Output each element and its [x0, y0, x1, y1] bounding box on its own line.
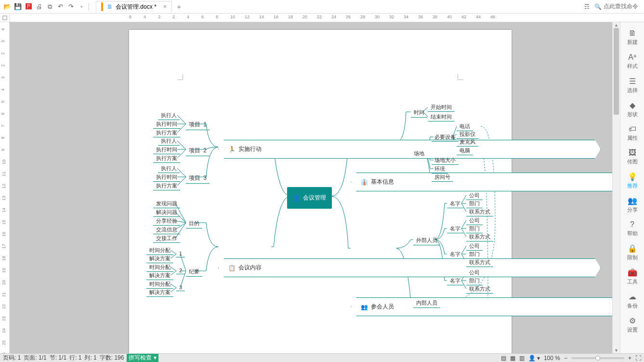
ruler-corner[interactable]	[0, 13, 10, 22]
leaf[interactable]: 部门	[466, 277, 483, 285]
panel-img[interactable]: 🖼传图	[622, 146, 643, 168]
node-action[interactable]: 🏃实施行动	[218, 140, 601, 159]
person-indicator-icon[interactable]: 👤 ▾	[528, 355, 540, 362]
leaf[interactable]: 解决方案	[146, 271, 173, 280]
proj-1[interactable]: 项目 1	[186, 120, 210, 130]
leaf[interactable]: 执行时间	[153, 120, 180, 129]
open-folder-icon[interactable]: 📂	[2, 2, 12, 12]
leaf[interactable]: 名字	[447, 225, 463, 233]
screenshot-icon[interactable]: ⧉	[45, 2, 54, 12]
leaf[interactable]: 2	[176, 267, 185, 274]
canvas-area[interactable]: 👤 会议管理 🏃实施行动 📋会议内容 👔基本信息 👥参会人员 项目 1 项目 2…	[10, 22, 612, 353]
scroll-up-icon[interactable]: ▲	[613, 22, 620, 28]
scroll-thumb[interactable]	[614, 28, 619, 115]
proj-3[interactable]: 项目 3	[186, 173, 210, 184]
leaf[interactable]: 部门	[466, 200, 483, 208]
document-tab[interactable]: 🗎 会议管理.docx * ×	[96, 1, 172, 13]
leaf[interactable]: 结束时间	[428, 113, 455, 121]
panel-shape[interactable]: ◆形状	[622, 98, 643, 121]
status-row[interactable]: 行: 1	[69, 354, 81, 362]
leaf[interactable]: 执行方案	[153, 154, 180, 163]
leaf[interactable]: 麦克风	[457, 138, 478, 147]
zoom-thumb[interactable]	[595, 356, 600, 361]
panel-limit[interactable]: 🔒限制	[622, 241, 643, 264]
vertical-ruler[interactable]: 4322345678910111213141516171819202122232…	[0, 22, 10, 353]
leaf[interactable]: 执行人	[158, 137, 180, 146]
status-section[interactable]: 节: 1/1	[50, 354, 66, 362]
leaf[interactable]: 部门	[466, 225, 483, 233]
panel-attr[interactable]: 🏷属性	[622, 122, 643, 145]
leaf[interactable]: 联系方式	[466, 258, 493, 267]
leaf[interactable]: 必要设备	[432, 133, 459, 142]
add-tab-button[interactable]: +	[174, 1, 184, 12]
panel-recommend[interactable]: 💡推荐	[622, 169, 643, 192]
leaf[interactable]: 3	[176, 284, 185, 291]
fullscreen-icon[interactable]: ⛶	[635, 355, 641, 362]
tab-close-icon[interactable]: ×	[163, 3, 167, 10]
toolbar-dropdown-icon[interactable]: ▾	[77, 2, 86, 12]
leaf[interactable]: 名字	[447, 277, 463, 285]
leaf[interactable]: 公司	[466, 268, 483, 277]
leaf[interactable]: 执行人	[158, 111, 180, 120]
zoom-in-icon[interactable]: +	[628, 355, 631, 362]
leaf[interactable]: 环境	[432, 165, 448, 174]
leaf[interactable]: 时间分配	[146, 280, 173, 289]
zoom-out-icon[interactable]: −	[564, 355, 567, 362]
leaf[interactable]: 1	[176, 250, 185, 257]
leaf[interactable]: 电脑	[457, 147, 473, 155]
venue[interactable]: 场地	[411, 149, 427, 159]
node-basic[interactable]: 👔基本信息	[351, 173, 612, 191]
vertical-scrollbar[interactable]: ▲ ▼	[612, 22, 620, 353]
leaf[interactable]: 解决问题	[153, 208, 180, 217]
leaf[interactable]: 联系方式	[466, 233, 493, 241]
node-content[interactable]: 📋会议内容	[218, 258, 601, 277]
panel-help[interactable]: ?帮助	[622, 217, 643, 240]
leaf[interactable]: 联系方式	[466, 208, 493, 216]
leaf[interactable]: 执行时间	[153, 173, 180, 182]
leaf[interactable]: 名字	[447, 250, 463, 259]
leaf[interactable]: 时间分配	[146, 246, 173, 255]
scroll-down-icon[interactable]: ▼	[613, 348, 620, 353]
proj-2[interactable]: 项目 2	[186, 146, 210, 156]
view-mode-icon[interactable]: ▦	[510, 355, 515, 362]
zoom-slider[interactable]	[571, 357, 624, 359]
center-node[interactable]: 👤 会议管理	[287, 187, 332, 209]
leaf[interactable]: 执行人	[158, 164, 180, 173]
leaf[interactable]: 分享经验	[153, 217, 180, 226]
leaf[interactable]: 解决方案	[146, 255, 173, 263]
time[interactable]: 时间	[411, 108, 427, 118]
leaf[interactable]: 执行方案	[153, 129, 180, 137]
leaf[interactable]: 交流信息	[153, 226, 180, 234]
leaf[interactable]: 场地大小	[432, 156, 459, 165]
horizontal-ruler[interactable]: 6422468101214161820222426283032343638404…	[10, 13, 612, 22]
status-page-no[interactable]: 页码: 1	[3, 354, 21, 362]
purpose[interactable]: 目的	[186, 219, 202, 228]
leaf[interactable]: 交接工作	[153, 234, 180, 243]
print-icon[interactable]: 🖨	[34, 2, 44, 12]
leaf[interactable]: 开始时间	[428, 103, 455, 112]
leaf[interactable]: 执行方案	[153, 182, 180, 190]
node-people[interactable]: 👥参会人员	[351, 297, 612, 316]
view-mode-icon[interactable]: ▤	[501, 355, 506, 362]
leaf[interactable]: 公司	[466, 242, 483, 251]
return-icon[interactable]: ☶	[584, 3, 590, 10]
panel-new[interactable]: 🗎新建	[622, 26, 643, 49]
leaf[interactable]: 名字	[447, 200, 463, 208]
panel-settings[interactable]: ⚙设置	[622, 313, 643, 336]
pdf-icon[interactable]: 🅿	[24, 2, 33, 12]
zoom-value[interactable]: 100 %	[544, 355, 560, 362]
internal[interactable]: 内部人员	[413, 298, 440, 308]
status-words[interactable]: 字数: 196	[100, 354, 124, 362]
external[interactable]: 外部人员	[413, 236, 440, 245]
leaf[interactable]: 发现问题	[153, 200, 180, 208]
spellcheck-button[interactable]: 拼写检查 ▾	[127, 354, 158, 362]
panel-style[interactable]: Aᵃ样式	[622, 50, 643, 73]
save-icon[interactable]: 💾	[13, 2, 23, 12]
status-page[interactable]: 页面: 1/1	[24, 354, 46, 362]
panel-select[interactable]: ☰选择	[622, 74, 643, 97]
redo-icon[interactable]: ↷	[66, 2, 76, 12]
panel-share[interactable]: 👥分享	[622, 193, 643, 216]
leaf[interactable]: 执行时间	[153, 146, 180, 154]
panel-tools[interactable]: 🧰工具	[622, 265, 643, 288]
minutes[interactable]: 纪要	[186, 267, 202, 277]
